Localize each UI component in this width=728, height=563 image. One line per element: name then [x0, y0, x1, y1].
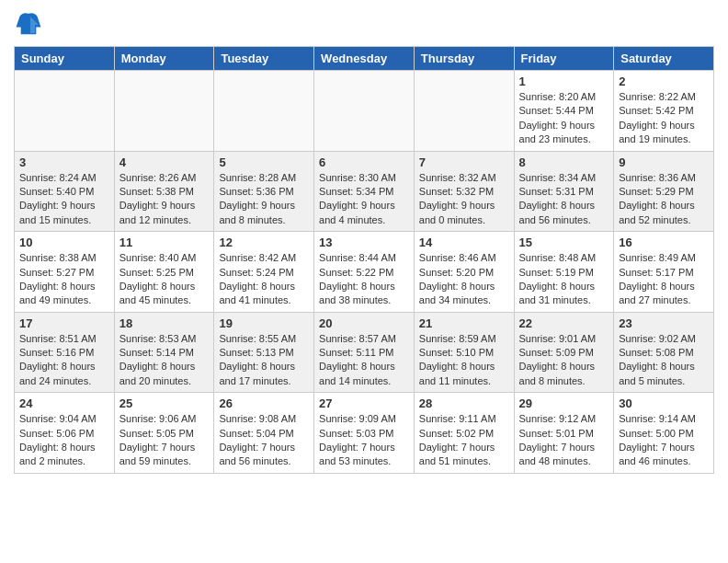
weekday-header-thursday: Thursday [414, 47, 514, 71]
day-info: Sunrise: 8:32 AMSunset: 5:32 PMDaylight:… [419, 171, 509, 228]
day-number: 20 [319, 316, 409, 330]
calendar-cell: 20Sunrise: 8:57 AMSunset: 5:11 PMDayligh… [314, 312, 415, 393]
day-number: 9 [619, 155, 709, 169]
day-info: Sunrise: 8:49 AMSunset: 5:17 PMDaylight:… [619, 251, 709, 308]
day-number: 26 [219, 396, 309, 410]
calendar-cell: 2Sunrise: 8:22 AMSunset: 5:42 PMDaylight… [614, 71, 714, 152]
day-info: Sunrise: 8:55 AMSunset: 5:13 PMDaylight:… [219, 332, 309, 389]
calendar-cell: 30Sunrise: 9:14 AMSunset: 5:00 PMDayligh… [614, 393, 714, 474]
calendar-cell: 3Sunrise: 8:24 AMSunset: 5:40 PMDaylight… [15, 151, 115, 232]
calendar-cell: 8Sunrise: 8:34 AMSunset: 5:31 PMDaylight… [514, 151, 614, 232]
calendar-cell: 16Sunrise: 8:49 AMSunset: 5:17 PMDayligh… [614, 232, 714, 313]
day-number: 25 [119, 396, 210, 410]
calendar-cell: 1Sunrise: 8:20 AMSunset: 5:44 PMDaylight… [514, 71, 614, 152]
calendar-cell [15, 71, 115, 152]
day-number: 16 [619, 236, 709, 249]
day-number: 30 [619, 396, 709, 410]
day-number: 4 [119, 155, 210, 169]
day-info: Sunrise: 8:30 AMSunset: 5:34 PMDaylight:… [319, 171, 409, 228]
day-info: Sunrise: 8:51 AMSunset: 5:16 PMDaylight:… [19, 332, 109, 389]
calendar-cell: 7Sunrise: 8:32 AMSunset: 5:32 PMDaylight… [414, 151, 514, 232]
day-number: 10 [19, 236, 109, 249]
day-number: 23 [619, 316, 709, 330]
calendar-cell: 13Sunrise: 8:44 AMSunset: 5:22 PMDayligh… [314, 232, 415, 313]
day-info: Sunrise: 8:26 AMSunset: 5:38 PMDaylight:… [119, 171, 210, 228]
day-number: 8 [519, 155, 609, 169]
day-info: Sunrise: 8:59 AMSunset: 5:10 PMDaylight:… [419, 332, 509, 389]
day-info: Sunrise: 9:06 AMSunset: 5:05 PMDaylight:… [119, 412, 210, 469]
logo [14, 9, 47, 39]
day-number: 6 [319, 155, 409, 169]
day-number: 29 [519, 396, 609, 410]
calendar-cell [414, 71, 514, 152]
weekday-header-wednesday: Wednesday [314, 47, 415, 71]
day-number: 11 [119, 236, 210, 249]
calendar-cell: 4Sunrise: 8:26 AMSunset: 5:38 PMDaylight… [114, 151, 214, 232]
day-info: Sunrise: 8:22 AMSunset: 5:42 PMDaylight:… [619, 90, 709, 147]
day-info: Sunrise: 8:20 AMSunset: 5:44 PMDaylight:… [519, 90, 609, 147]
calendar-cell [114, 71, 214, 152]
day-info: Sunrise: 9:09 AMSunset: 5:03 PMDaylight:… [319, 412, 409, 469]
day-info: Sunrise: 8:53 AMSunset: 5:14 PMDaylight:… [119, 332, 210, 389]
calendar-cell: 28Sunrise: 9:11 AMSunset: 5:02 PMDayligh… [414, 393, 514, 474]
calendar-cell: 24Sunrise: 9:04 AMSunset: 5:06 PMDayligh… [15, 393, 115, 474]
weekday-header-sunday: Sunday [15, 47, 115, 71]
calendar-week-4: 17Sunrise: 8:51 AMSunset: 5:16 PMDayligh… [15, 312, 714, 393]
day-number: 2 [619, 75, 709, 88]
calendar-cell: 26Sunrise: 9:08 AMSunset: 5:04 PMDayligh… [214, 393, 314, 474]
day-info: Sunrise: 9:08 AMSunset: 5:04 PMDaylight:… [219, 412, 309, 469]
day-info: Sunrise: 8:38 AMSunset: 5:27 PMDaylight:… [19, 251, 109, 308]
day-number: 22 [519, 316, 609, 330]
day-info: Sunrise: 8:42 AMSunset: 5:24 PMDaylight:… [219, 251, 309, 308]
calendar-cell: 15Sunrise: 8:48 AMSunset: 5:19 PMDayligh… [514, 232, 614, 313]
calendar-cell: 18Sunrise: 8:53 AMSunset: 5:14 PMDayligh… [114, 312, 214, 393]
day-number: 13 [319, 236, 409, 249]
day-number: 27 [319, 396, 409, 410]
header [14, 9, 714, 39]
calendar-cell: 10Sunrise: 8:38 AMSunset: 5:27 PMDayligh… [15, 232, 115, 313]
day-number: 3 [19, 155, 109, 169]
day-number: 14 [419, 236, 509, 249]
calendar-week-5: 24Sunrise: 9:04 AMSunset: 5:06 PMDayligh… [15, 393, 714, 474]
calendar-cell: 22Sunrise: 9:01 AMSunset: 5:09 PMDayligh… [514, 312, 614, 393]
weekday-header-monday: Monday [114, 47, 214, 71]
calendar-cell: 5Sunrise: 8:28 AMSunset: 5:36 PMDaylight… [214, 151, 314, 232]
calendar-week-3: 10Sunrise: 8:38 AMSunset: 5:27 PMDayligh… [15, 232, 714, 313]
page-container: SundayMondayTuesdayWednesdayThursdayFrid… [0, 0, 728, 483]
day-info: Sunrise: 8:46 AMSunset: 5:20 PMDaylight:… [419, 251, 509, 308]
day-number: 24 [19, 396, 109, 410]
day-info: Sunrise: 9:14 AMSunset: 5:00 PMDaylight:… [619, 412, 709, 469]
calendar-cell: 23Sunrise: 9:02 AMSunset: 5:08 PMDayligh… [614, 312, 714, 393]
day-info: Sunrise: 9:11 AMSunset: 5:02 PMDaylight:… [419, 412, 509, 469]
calendar-week-1: 1Sunrise: 8:20 AMSunset: 5:44 PMDaylight… [15, 71, 714, 152]
calendar-cell: 9Sunrise: 8:36 AMSunset: 5:29 PMDaylight… [614, 151, 714, 232]
logo-icon [14, 9, 43, 39]
calendar-cell: 25Sunrise: 9:06 AMSunset: 5:05 PMDayligh… [114, 393, 214, 474]
day-number: 7 [419, 155, 509, 169]
day-info: Sunrise: 8:34 AMSunset: 5:31 PMDaylight:… [519, 171, 609, 228]
day-info: Sunrise: 8:44 AMSunset: 5:22 PMDaylight:… [319, 251, 409, 308]
calendar-cell: 11Sunrise: 8:40 AMSunset: 5:25 PMDayligh… [114, 232, 214, 313]
day-number: 19 [219, 316, 309, 330]
calendar-header-row: SundayMondayTuesdayWednesdayThursdayFrid… [15, 47, 714, 71]
calendar-cell: 27Sunrise: 9:09 AMSunset: 5:03 PMDayligh… [314, 393, 415, 474]
weekday-header-saturday: Saturday [614, 47, 714, 71]
day-info: Sunrise: 9:12 AMSunset: 5:01 PMDaylight:… [519, 412, 609, 469]
day-info: Sunrise: 8:57 AMSunset: 5:11 PMDaylight:… [319, 332, 409, 389]
day-number: 17 [19, 316, 109, 330]
calendar-table: SundayMondayTuesdayWednesdayThursdayFrid… [14, 46, 714, 474]
day-number: 1 [519, 75, 609, 88]
day-info: Sunrise: 8:28 AMSunset: 5:36 PMDaylight:… [219, 171, 309, 228]
day-number: 28 [419, 396, 509, 410]
day-info: Sunrise: 9:02 AMSunset: 5:08 PMDaylight:… [619, 332, 709, 389]
day-number: 18 [119, 316, 210, 330]
day-number: 5 [219, 155, 309, 169]
day-info: Sunrise: 8:48 AMSunset: 5:19 PMDaylight:… [519, 251, 609, 308]
day-info: Sunrise: 8:36 AMSunset: 5:29 PMDaylight:… [619, 171, 709, 228]
weekday-header-friday: Friday [514, 47, 614, 71]
calendar-cell: 6Sunrise: 8:30 AMSunset: 5:34 PMDaylight… [314, 151, 415, 232]
calendar-week-2: 3Sunrise: 8:24 AMSunset: 5:40 PMDaylight… [15, 151, 714, 232]
calendar-cell: 29Sunrise: 9:12 AMSunset: 5:01 PMDayligh… [514, 393, 614, 474]
calendar-cell: 14Sunrise: 8:46 AMSunset: 5:20 PMDayligh… [414, 232, 514, 313]
day-info: Sunrise: 9:04 AMSunset: 5:06 PMDaylight:… [19, 412, 109, 469]
